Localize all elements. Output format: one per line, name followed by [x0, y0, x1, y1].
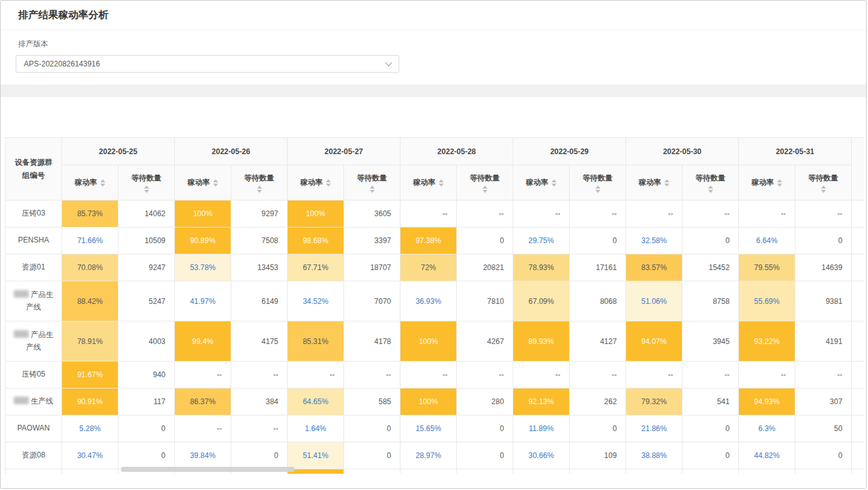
sort-header-utilization[interactable]: 稼动率	[288, 165, 344, 201]
wait-quantity-cell: 0	[118, 442, 175, 469]
cut-off-cell	[852, 201, 864, 227]
utilization-cell: 79.55%	[739, 254, 795, 281]
sort-icon[interactable]	[326, 179, 331, 187]
sort-header-wait-quantity[interactable]: 等待数量	[682, 165, 739, 201]
sort-header-utilization[interactable]: 稼动率	[739, 165, 795, 201]
row-label: 产品生产线	[6, 281, 62, 321]
version-select[interactable]: APS-20220826143916	[16, 55, 399, 73]
utilization-cell	[400, 469, 457, 474]
wait-quantity-cell: --	[457, 201, 513, 227]
utilization-cell: 97.38%	[400, 227, 457, 254]
date-header: 2022-05-27	[288, 138, 400, 165]
wait-quantity-header-label: 等待数量	[808, 173, 839, 184]
sort-header-utilization[interactable]: 稼动率	[626, 165, 682, 201]
wait-quantity-cell: 14062	[118, 201, 175, 227]
date-header: 2022-05-25	[62, 138, 175, 165]
sub-header-row: 稼动率等待数量稼动率等待数量稼动率等待数量稼动率等待数量稼动率等待数量稼动率等待…	[6, 165, 865, 201]
utilization-cell: 94.07%	[626, 321, 682, 362]
sort-header-wait-quantity[interactable]: 等待数量	[457, 165, 513, 201]
sort-header-wait-quantity[interactable]: 等待数量	[570, 165, 626, 201]
sort-icon[interactable]	[257, 185, 262, 193]
section-divider	[1, 85, 866, 97]
sort-header-wait-quantity[interactable]: 等待数量	[118, 165, 175, 201]
utilization-cell: 100%	[175, 201, 231, 227]
wait-quantity-cell: 6149	[231, 281, 288, 321]
wait-quantity-header-label: 等待数量	[357, 173, 387, 184]
sort-icon[interactable]	[708, 185, 713, 193]
utilization-cell: 71.66%	[62, 227, 118, 254]
row-label: PAOWAN	[6, 415, 62, 442]
wait-quantity-cell: 940	[118, 362, 175, 388]
row-label: 生产线	[6, 388, 62, 415]
wait-quantity-cell: 0	[682, 227, 739, 254]
utilization-cell	[288, 469, 344, 474]
row-label: 压铸03	[6, 201, 62, 227]
sort-icon[interactable]	[213, 179, 218, 187]
table-row: 资源0830.47%039.84%051.41%028.97%030.66%10…	[6, 442, 865, 469]
wait-quantity-cell: 384	[231, 388, 288, 415]
utilization-cell: --	[739, 362, 795, 388]
sort-header-wait-quantity[interactable]: 等待数量	[231, 165, 288, 201]
utilization-cell: 93.22%	[739, 321, 795, 362]
utilization-cell: --	[288, 362, 344, 388]
wait-quantity-cell: 262	[570, 388, 626, 415]
wait-quantity-cell: 0	[457, 227, 513, 254]
row-label: 产品生产线	[6, 321, 62, 362]
table-row: 压铸0591.67%940------------------------	[6, 362, 865, 388]
sort-header-wait-quantity[interactable]: 等待数量	[344, 165, 400, 201]
sort-icon[interactable]	[595, 185, 600, 193]
date-header: 2022-05-26	[175, 138, 288, 165]
row-label: 资源08	[6, 442, 62, 469]
horizontal-scrollbar[interactable]	[121, 467, 295, 472]
wait-quantity-cell: --	[457, 362, 513, 388]
utilization-cell: 85.73%	[62, 201, 118, 227]
sort-icon[interactable]	[144, 185, 149, 193]
wait-quantity-cell: 18707	[344, 254, 400, 281]
sort-icon[interactable]	[664, 179, 669, 187]
version-select-label: 排产版本	[18, 39, 849, 50]
table-row: 资源0170.08%924753.78%1345367.71%1870772%2…	[6, 254, 865, 281]
utilization-cell: --	[400, 201, 457, 227]
wait-quantity-cell: 4175	[231, 321, 288, 362]
sort-header-utilization[interactable]: 稼动率	[62, 165, 118, 201]
wait-quantity-header-label: 等待数量	[244, 173, 275, 184]
utilization-cell: 36.93%	[400, 281, 457, 321]
sort-icon[interactable]	[370, 185, 375, 193]
utilization-header-label: 稼动率	[413, 177, 436, 188]
sort-header-wait-quantity[interactable]: 等待数量	[795, 165, 852, 201]
wait-quantity-cell: 0	[231, 442, 288, 469]
utilization-cell: --	[175, 415, 231, 442]
date-header: 2022-05-30	[626, 138, 739, 165]
wait-quantity-cell	[344, 469, 400, 474]
utilization-cell: 83.57%	[626, 254, 682, 281]
utilization-cell: 64.65%	[288, 388, 344, 415]
sort-icon[interactable]	[821, 185, 826, 193]
sort-icon[interactable]	[483, 185, 488, 193]
wait-quantity-header-label: 等待数量	[470, 173, 500, 184]
sort-header-utilization[interactable]: 稼动率	[513, 165, 570, 201]
utilization-table: 设备资源群组编号2022-05-252022-05-262022-05-2720…	[5, 137, 864, 474]
wait-quantity-cell: 9297	[231, 201, 288, 227]
wait-quantity-cell: --	[231, 362, 288, 388]
utilization-cell: 94.93%	[739, 388, 795, 415]
sort-icon[interactable]	[100, 179, 105, 187]
filter-form: 排产版本 APS-20220826143916	[1, 30, 866, 73]
utilization-cell: 92.13%	[513, 388, 570, 415]
cut-off-cell	[852, 469, 864, 474]
utilization-cell: 39.84%	[175, 442, 231, 469]
utilization-cell: 6.3%	[739, 415, 795, 442]
wait-quantity-cell: --	[795, 201, 852, 227]
wait-quantity-cell: --	[570, 201, 626, 227]
wait-quantity-cell	[795, 469, 852, 474]
wait-quantity-cell: 8068	[570, 281, 626, 321]
sort-icon[interactable]	[439, 179, 444, 187]
sort-header-utilization[interactable]: 稼动率	[175, 165, 231, 201]
wait-quantity-cell: --	[570, 362, 626, 388]
sort-icon[interactable]	[777, 179, 782, 187]
sort-header-utilization[interactable]: 稼动率	[400, 165, 457, 201]
wait-quantity-cell	[457, 469, 513, 474]
utilization-table-container: 设备资源群组编号2022-05-252022-05-262022-05-2720…	[5, 137, 864, 474]
wait-quantity-cell: --	[682, 362, 739, 388]
sort-icon[interactable]	[552, 179, 557, 187]
wait-quantity-cell: 8758	[682, 281, 739, 321]
